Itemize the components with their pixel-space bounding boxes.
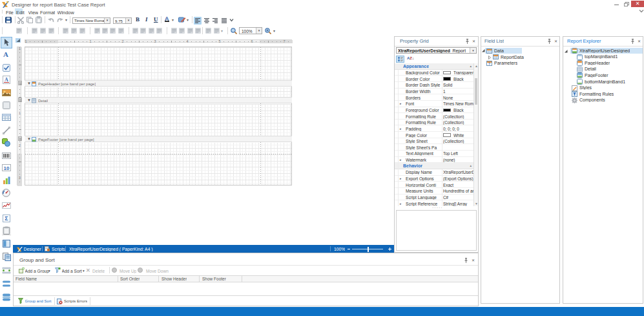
svg-text:Σ: Σ: [5, 215, 8, 222]
svg-text:10: 10: [4, 165, 10, 171]
svg-text:A: A: [5, 77, 8, 83]
